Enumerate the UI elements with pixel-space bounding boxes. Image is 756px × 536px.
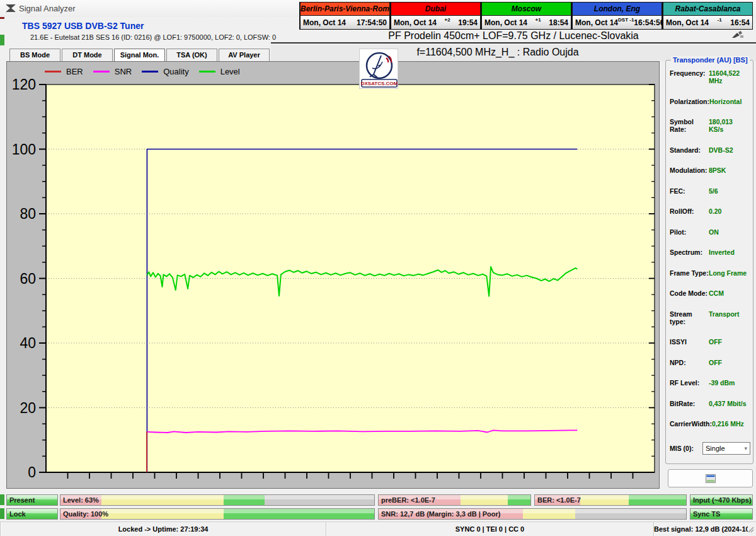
signal-chart-region: BERSNRQualityLevel 020406080100120	[6, 61, 660, 489]
clock-date: Mon, Oct 14	[484, 18, 527, 27]
app-icon	[6, 3, 16, 13]
transponder-label: Frame Type:	[670, 269, 709, 277]
transponder-row: ISSYIOFF	[666, 338, 753, 346]
clock-time-value: 16:54	[730, 18, 750, 27]
indicator-present: Present	[6, 494, 58, 506]
meter-snr-12-7-db-margin-3-3-db-poor: SNR: 12,7 dB (Margin: 3,3 dB | Poor)	[378, 508, 687, 520]
resize-grip-icon[interactable]	[747, 526, 755, 533]
transponder-label: RF Level:	[670, 379, 709, 387]
y-tick-label: 100	[12, 141, 36, 158]
transponder-value: Transport	[709, 310, 749, 325]
mode-tabs: BS ModeDT ModeSignal Mon.TSA (OK)AV Play…	[9, 49, 270, 62]
transponder-value: Long Frame	[709, 269, 749, 277]
y-tick-label: 20	[20, 400, 36, 416]
tab-dt-mode[interactable]: DT Mode	[62, 49, 113, 62]
clock-3: MoscowMon, Oct 14+118:54	[481, 2, 571, 30]
transponder-label: Pilot:	[670, 228, 709, 236]
clock-1: Berlin-Paris-Vienna-RomaMon, Oct 1417:54…	[299, 2, 390, 30]
transponder-row: Modulation:8PSK	[666, 166, 753, 174]
transponder-value: 180,013 KS/s	[709, 118, 749, 133]
clock-city-label: Dubai	[390, 2, 481, 16]
transponder-value: 0,437 Mbit/s	[709, 400, 749, 407]
statusbar-section: Locked -> Uptime: 27:19:34	[0, 522, 326, 536]
clock-utc-offset: DST -1	[618, 17, 634, 23]
clock-date: Mon, Oct 14	[666, 18, 709, 27]
transponder-row: Frequency:11604,522 MHz	[666, 69, 753, 84]
signal-chart: 020406080100120	[7, 62, 659, 488]
transponder-value: CCM	[709, 289, 749, 297]
clock-time: Mon, Oct 14-116:54	[662, 16, 753, 30]
tab-signal-mon-[interactable]: Signal Mon.	[114, 49, 165, 62]
transponder-label: Symbol Rate:	[670, 118, 709, 133]
world-clocks: Berlin-Paris-Vienna-RomaMon, Oct 1417:54…	[299, 2, 753, 30]
transponder-value: Inverted	[709, 248, 749, 256]
tab-tsa-ok-[interactable]: TSA (OK)	[166, 49, 217, 62]
clock-date: Mon, Oct 14	[575, 18, 618, 27]
transponder-value: OFF	[709, 338, 749, 346]
transponder-value: 8PSK	[709, 166, 749, 174]
clock-city-label: Berlin-Paris-Vienna-Roma	[299, 2, 390, 16]
clock-utc-offset: +2	[437, 17, 458, 23]
transponder-row: Stream type:Transport	[666, 310, 753, 325]
meter-label: Sync TS	[693, 510, 720, 518]
transponder-row: Standard:DVB-S2	[666, 146, 753, 154]
mis-label: MIS (0):	[670, 445, 702, 452]
clock-time-value: 19:54	[458, 18, 478, 27]
transponder-panel-title: Transponder (AU) [BS]	[671, 56, 750, 64]
indicator-sync-ts: Sync TS	[690, 508, 753, 520]
transponder-row: CarrierWidth:0,216 MHz	[666, 420, 753, 428]
transponder-value: DVB-S2	[709, 146, 749, 154]
table-icon	[706, 474, 716, 483]
transponder-value: 11604,522 MHz	[709, 69, 749, 84]
mis-value: Single	[706, 445, 725, 452]
statusbar: Locked -> Uptime: 27:19:34SYNC 0 | TEI 0…	[0, 521, 756, 536]
clock-date: Mon, Oct 14	[394, 18, 437, 27]
transponder-label: FEC:	[670, 187, 709, 195]
transponder-label: Modulation:	[670, 166, 709, 174]
transponder-row: RF Level:-39 dBm	[666, 379, 753, 387]
clock-city-label: Moscow	[481, 2, 571, 16]
transponder-value: Horizontal	[709, 98, 749, 105]
meter-gloss	[60, 495, 374, 499]
tab-bs-mode[interactable]: BS Mode	[9, 49, 60, 62]
transponder-label: Standard:	[670, 146, 709, 154]
meter-preber-1-0e-7: preBER: <1.0E-7	[378, 494, 531, 506]
tab-av-player[interactable]: AV Player	[219, 49, 270, 62]
transponder-value: 5/6	[709, 187, 749, 195]
transponder-label: Spectrum:	[670, 248, 709, 256]
y-tick-label: 0	[28, 464, 36, 481]
clock-utc-offset: -1	[709, 17, 730, 23]
transponder-row: Pilot:ON	[666, 228, 753, 236]
y-tick-label: 60	[20, 271, 36, 287]
transponder-label: NPD:	[670, 359, 709, 366]
clock-time: Mon, Oct 1417:54:50	[299, 16, 390, 30]
mis-dropdown[interactable]: Single ▾	[702, 442, 750, 455]
clock-time-value: 17:54:50	[357, 18, 387, 27]
table-view-button[interactable]	[668, 469, 753, 487]
meter-label: Lock	[9, 510, 26, 518]
transponder-value: 0.20	[709, 207, 749, 215]
transponder-label: Polarization:	[670, 98, 709, 105]
meter-label: BER: <1.0E-7	[537, 496, 581, 504]
clock-utc-offset: +1	[527, 17, 549, 23]
transponder-row: BitRate:0,437 Mbit/s	[666, 400, 753, 407]
clock-2: DubaiMon, Oct 14+219:54	[390, 2, 481, 30]
meter-row-2: LockQuality: 100%SNR: 12,7 dB (Margin: 3…	[0, 508, 756, 520]
clock-time: Mon, Oct 14+118:54	[481, 16, 571, 30]
logo-text: DXSATCS.COM	[361, 81, 398, 86]
meter-label: Quality: 100%	[63, 510, 108, 518]
meter-row-1: PresentLevel: 63%preBER: <1.0E-7BER: <1.…	[0, 494, 756, 506]
clock-time-value: 16:54:50	[634, 18, 664, 27]
clock-city-label: London, Eng	[571, 2, 662, 16]
indicator-lock: Lock	[6, 508, 58, 520]
transponder-label: Stream type:	[670, 310, 709, 325]
clock-date: Mon, Oct 14	[303, 18, 346, 27]
tuner-subtitle: 21.6E - Eutelsat 21B SES 16 (ID: 0216) @…	[30, 33, 276, 41]
transponder-row: Polarization:Horizontal	[666, 98, 753, 105]
statusbar-section: Best signal: 12,9 dB (2024-10-14 12:46)	[653, 522, 748, 536]
y-tick-label: 120	[12, 76, 36, 93]
clock-5: Rabat-CasablancaMon, Oct 14-116:54	[662, 2, 753, 30]
transponder-label: Frequency:	[670, 69, 709, 84]
transponder-row: Code Mode:CCM	[666, 289, 753, 297]
transponder-value: -39 dBm	[709, 379, 749, 387]
